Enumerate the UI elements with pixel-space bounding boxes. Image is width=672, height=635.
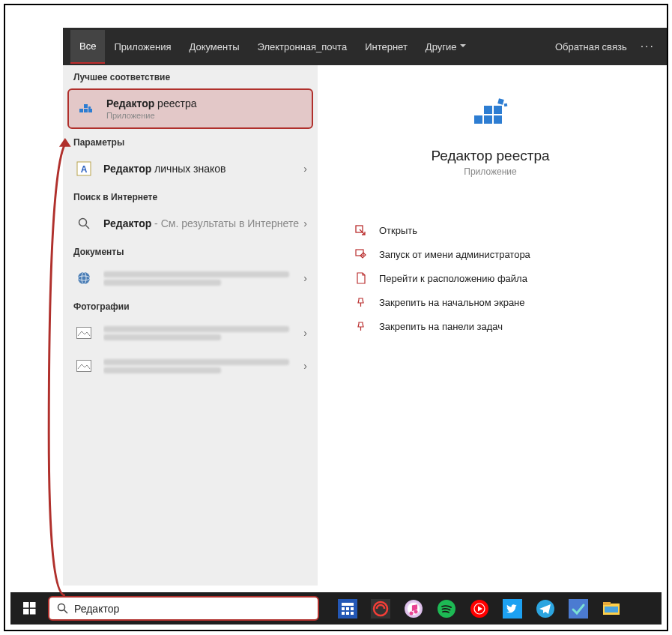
action-run-as-admin[interactable]: Запуск от имени администратора	[348, 242, 633, 266]
svg-rect-18	[494, 106, 502, 114]
feedback-link[interactable]: Обратная связь	[555, 41, 627, 52]
chevron-right-icon: ›	[303, 272, 307, 284]
action-list: Открыть Запуск от имени администратора П…	[348, 218, 633, 338]
svg-rect-49	[603, 602, 611, 605]
result-label: Редактор личных знаков	[103, 163, 299, 175]
result-photo-1[interactable]: ›	[63, 316, 318, 349]
svg-text:A: A	[81, 164, 88, 175]
search-icon	[73, 213, 94, 234]
svg-rect-34	[342, 612, 345, 615]
action-label: Перейти к расположению файла	[379, 273, 527, 284]
action-file-location[interactable]: Перейти к расположению файла	[348, 266, 633, 290]
svg-rect-13	[77, 361, 91, 372]
result-registry-editor[interactable]: Редактор реестра Приложение	[67, 88, 313, 129]
svg-rect-3	[88, 109, 92, 112]
font-editor-icon: A	[73, 158, 94, 179]
result-web-search[interactable]: Редактор - См. результаты в Интернете ›	[63, 207, 318, 240]
action-label: Закрепить на панели задач	[379, 321, 503, 332]
svg-rect-1	[84, 109, 88, 112]
search-results-panel: Лучшее соответствие Редактор реестра При…	[63, 65, 318, 586]
svg-rect-31	[342, 607, 345, 610]
result-label: Редактор - См. результаты в Интернете	[103, 217, 299, 229]
admin-icon	[352, 248, 369, 260]
tab-apps[interactable]: Приложения	[105, 31, 180, 63]
pin-icon	[352, 320, 369, 332]
youtube-music-app-icon[interactable]	[464, 594, 494, 624]
itunes-app-icon[interactable]	[399, 594, 429, 624]
calculator-app-icon[interactable]	[333, 594, 363, 624]
svg-rect-20	[503, 103, 507, 107]
svg-rect-50	[605, 607, 618, 613]
action-label: Открыть	[379, 225, 417, 236]
tab-other[interactable]: Другие	[417, 31, 476, 63]
todo-app-icon[interactable]	[563, 594, 593, 624]
registry-editor-icon	[76, 98, 97, 119]
svg-rect-47	[569, 599, 588, 619]
section-documents: Документы	[63, 240, 318, 262]
tab-email[interactable]: Электронная_почта	[248, 31, 356, 63]
image-icon	[73, 355, 94, 376]
action-pin-start[interactable]: Закрепить на начальном экране	[348, 290, 633, 314]
tab-all[interactable]: Все	[70, 30, 105, 64]
svg-point-9	[78, 272, 90, 284]
svg-rect-22	[356, 250, 363, 256]
tab-documents[interactable]: Документы	[180, 31, 248, 63]
detail-title: Редактор реестра	[348, 148, 633, 164]
image-icon	[73, 322, 94, 343]
taskbar-search-box[interactable]: Редактор	[48, 596, 319, 621]
taskbar: Редактор	[10, 592, 662, 625]
twitter-app-icon[interactable]	[497, 594, 527, 624]
start-button[interactable]	[10, 592, 48, 625]
result-document-1[interactable]: ›	[63, 262, 318, 295]
action-pin-taskbar[interactable]: Закрепить на панели задач	[348, 314, 633, 338]
svg-rect-32	[346, 607, 349, 610]
svg-rect-23	[23, 602, 29, 608]
action-label: Закрепить на начальном экране	[379, 297, 525, 308]
svg-line-8	[86, 226, 90, 229]
result-label: Редактор реестра	[106, 97, 304, 109]
explorer-app-icon[interactable]	[596, 594, 626, 624]
registry-editor-icon-large	[468, 91, 513, 136]
result-private-char-editor[interactable]: A Редактор личных знаков ›	[63, 152, 318, 185]
section-web: Поиск в Интернете	[63, 185, 318, 207]
search-icon	[57, 603, 68, 614]
taskbar-apps	[333, 594, 626, 624]
svg-rect-35	[346, 612, 349, 615]
detail-subtitle: Приложение	[348, 166, 633, 177]
svg-rect-16	[494, 115, 502, 124]
svg-rect-14	[474, 115, 482, 124]
action-open[interactable]: Открыть	[348, 218, 633, 242]
svg-rect-4	[88, 106, 91, 109]
svg-line-28	[64, 610, 68, 614]
search-input-value: Редактор	[74, 603, 310, 615]
more-menu[interactable]: ···	[636, 40, 659, 53]
globe-icon	[73, 268, 94, 289]
svg-rect-12	[77, 328, 91, 339]
detail-panel: Редактор реестра Приложение Открыть Запу…	[318, 65, 663, 586]
action-label: Запуск от имени администратора	[379, 249, 530, 260]
svg-rect-0	[79, 109, 83, 112]
spotify-app-icon[interactable]	[432, 594, 461, 624]
chevron-right-icon: ›	[303, 360, 307, 372]
telegram-app-icon[interactable]	[530, 594, 560, 624]
svg-rect-17	[484, 106, 492, 114]
chevron-right-icon: ›	[303, 217, 307, 229]
search-filter-header: Все Приложения Документы Электронная_поч…	[63, 28, 667, 65]
chevron-right-icon: ›	[303, 327, 307, 339]
chevron-right-icon: ›	[303, 163, 307, 175]
tab-internet[interactable]: Интернет	[356, 31, 417, 63]
svg-rect-36	[351, 612, 354, 615]
svg-rect-24	[30, 602, 36, 608]
pocket-casts-app-icon[interactable]	[366, 594, 396, 624]
svg-rect-19	[497, 98, 504, 105]
section-settings: Параметры	[63, 130, 318, 152]
pin-icon	[352, 296, 369, 308]
section-best-match: Лучшее соответствие	[63, 65, 318, 87]
result-subtitle: Приложение	[106, 111, 304, 120]
svg-rect-2	[84, 104, 88, 108]
svg-point-7	[79, 219, 87, 226]
file-location-icon	[352, 272, 369, 284]
result-photo-2[interactable]: ›	[63, 349, 318, 382]
svg-rect-26	[30, 609, 36, 615]
svg-point-27	[58, 604, 65, 611]
